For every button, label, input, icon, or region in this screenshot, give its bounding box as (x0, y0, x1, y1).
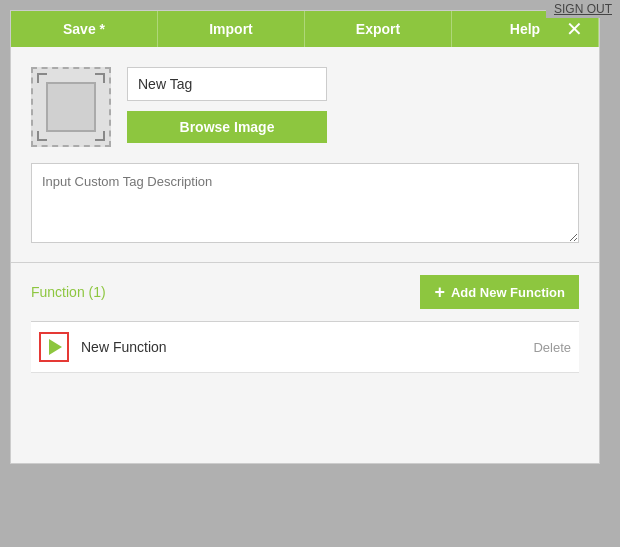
delete-function-link[interactable]: Delete (533, 340, 571, 355)
corner-tr (95, 73, 105, 83)
play-triangle-icon (49, 339, 62, 355)
tag-setup-section: Browse Image (31, 67, 579, 147)
description-area (31, 163, 579, 246)
corner-tl (37, 73, 47, 83)
divider (11, 262, 599, 263)
corner-br (95, 131, 105, 141)
function-header: Function (1) + Add New Function (31, 275, 579, 309)
close-button[interactable]: ✕ (562, 19, 587, 39)
function-name-label: New Function (81, 339, 521, 355)
function-title: Function (1) (31, 284, 106, 300)
main-panel: Save * Import Export Help ✕ Browse Image (10, 10, 600, 464)
function-list: New Function Delete (31, 321, 579, 373)
corner-bl (37, 131, 47, 141)
function-play-icon[interactable] (39, 332, 69, 362)
tag-name-section: Browse Image (127, 67, 327, 143)
toolbar: Save * Import Export Help ✕ (11, 11, 599, 47)
description-textarea[interactable] (31, 163, 579, 243)
export-button[interactable]: Export (305, 11, 452, 47)
browse-image-button[interactable]: Browse Image (127, 111, 327, 143)
image-placeholder[interactable] (31, 67, 111, 147)
tag-name-input[interactable] (127, 67, 327, 101)
import-button[interactable]: Import (158, 11, 305, 47)
empty-area (31, 373, 579, 453)
save-button[interactable]: Save * (11, 11, 158, 47)
add-function-label: Add New Function (451, 285, 565, 300)
image-inner (46, 82, 96, 132)
content-area: Browse Image Function (1) + Add New Func… (11, 47, 599, 463)
sign-out-link[interactable]: SIGN OUT (546, 0, 620, 18)
plus-icon: + (434, 283, 445, 301)
add-function-button[interactable]: + Add New Function (420, 275, 579, 309)
function-item: New Function Delete (31, 322, 579, 373)
